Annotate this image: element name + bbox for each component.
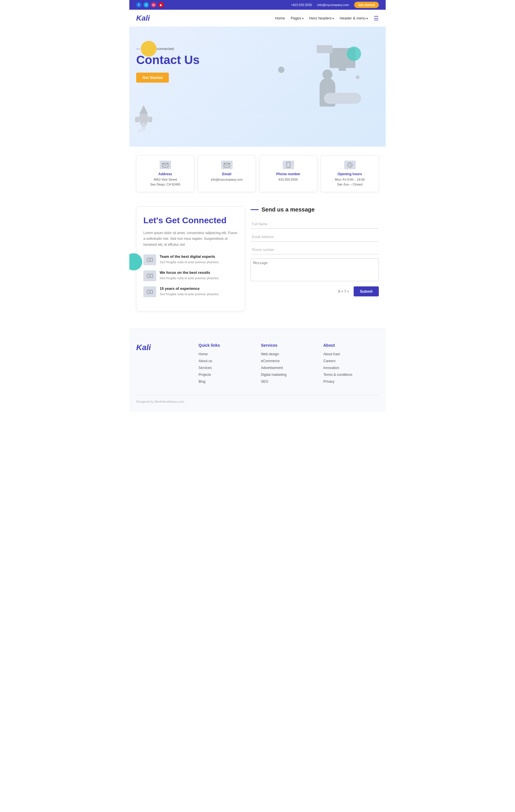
nav-hero-headers[interactable]: Hero headers	[309, 16, 334, 20]
facebook-icon[interactable]: f	[136, 2, 141, 7]
footer-services: Services Web design eCommerce Advertisem…	[261, 343, 317, 386]
feature-3-desc: Sed fringilla nulla id ante pulvinar pha…	[160, 292, 219, 297]
monitor-stand	[339, 67, 346, 71]
phone-label: +815.555.5555	[291, 3, 312, 6]
float-rect	[317, 45, 332, 53]
teal-deco-circle	[347, 47, 361, 61]
nav-pages[interactable]: Pages	[291, 16, 303, 20]
footer-link-terms[interactable]: Terms & conditions	[323, 373, 379, 377]
hero-section: Let's get connected Contact Us Get Start…	[129, 27, 386, 147]
feature-3-title: 15 years of experience	[160, 286, 219, 291]
address-line1: 4953 Vine Street	[140, 177, 190, 182]
email-label: info@mycompany.com	[317, 3, 349, 6]
email-group	[251, 233, 379, 241]
message-textarea[interactable]	[251, 258, 379, 281]
footer-link-projects[interactable]: Projects	[198, 373, 254, 377]
footer-link-privacy[interactable]: Privacy	[323, 380, 379, 383]
navbar: Kali Home Pages Hero headers Header & me…	[129, 10, 386, 27]
hero-content-area: Let's get connected Contact Us Get Start…	[129, 27, 386, 112]
feature-1-title: Team of the best digital experts	[160, 254, 219, 259]
small-circle-2	[356, 75, 360, 79]
footer-link-advertisement[interactable]: Advertisement	[261, 366, 317, 370]
footer-link-aboutkavi[interactable]: About Kavi	[323, 352, 379, 356]
contact-cards: Address 4953 Vine Street San Diego, CA 9…	[129, 147, 386, 201]
footer-quick-links: Quick links Home About us Services Proje…	[198, 343, 254, 386]
phone-input[interactable]	[251, 245, 379, 254]
phone-icon	[283, 161, 294, 169]
email-icon	[221, 161, 233, 169]
clock-icon	[344, 161, 356, 169]
footer-logo[interactable]: Kali	[136, 343, 192, 352]
phone-group	[251, 245, 379, 254]
footer-credit: Designed by MarkHendriksen.com	[136, 395, 379, 403]
feature-1-text: Team of the best digital experts Sed fri…	[160, 254, 219, 265]
nav-links: Home Pages Hero headers Header & menu ☰	[275, 15, 379, 22]
top-bar: f t in ▶ +815.555.5555 info@mycompany.co…	[129, 0, 386, 10]
contact-form-panel: Send us a message 6 + 7 = Submit	[251, 206, 379, 311]
feature-2-desc: Sed fringilla nulla id ante pulvinar pha…	[160, 276, 219, 281]
illustration-container	[275, 44, 361, 107]
captcha-label: 6 + 7 =	[338, 290, 349, 293]
svg-marker-1	[139, 105, 148, 114]
feature-2: We focus on the best results Sed fringil…	[143, 270, 238, 281]
footer-link-digitalmarketing[interactable]: Digital marketing	[261, 373, 317, 377]
address-card: Address 4953 Vine Street San Diego, CA 9…	[136, 155, 194, 192]
svg-point-8	[288, 167, 289, 167]
footer-link-blog[interactable]: Blog	[198, 380, 254, 383]
footer-link-innovation[interactable]: Innovation	[323, 366, 379, 370]
left-panel: Let's Get Connected Lorem ipsum dolor si…	[136, 206, 245, 311]
footer-link-home[interactable]: Home	[198, 352, 254, 356]
section-spacer	[129, 323, 386, 328]
message-group	[251, 258, 379, 282]
svg-rect-3	[135, 117, 139, 122]
hours-card: Opening hours Mon–Fri 9:00 – 18:00 Sat–S…	[321, 155, 379, 192]
youtube-icon[interactable]: ▶	[159, 2, 164, 7]
full-name-input[interactable]	[251, 220, 379, 229]
svg-rect-14	[147, 290, 153, 293]
form-header: Send us a message	[251, 206, 379, 213]
hero-title: Contact Us	[136, 53, 258, 67]
full-name-group	[251, 220, 379, 229]
feature-3-text: 15 years of experience Sed fringilla nul…	[160, 286, 219, 297]
email-input[interactable]	[251, 233, 379, 241]
hours-line1: Mon–Fri 9:00 – 18:00	[325, 177, 375, 182]
phone-card-label: Phone number	[264, 172, 313, 176]
hours-line2: Sat–Sun – Closed	[325, 182, 375, 187]
svg-point-13	[149, 275, 151, 277]
footer-link-services[interactable]: Services	[198, 366, 254, 370]
panel-desc: Lorem ipsum dolor sit amet, consectetur …	[143, 230, 238, 248]
phone-card: Phone number 815.555.5555	[259, 155, 317, 192]
svg-rect-10	[147, 258, 153, 262]
svg-point-11	[149, 259, 151, 261]
footer-brand: Kali	[136, 343, 192, 386]
address-line2: San Diego, CA 92465	[140, 182, 190, 187]
address-label: Address	[140, 172, 190, 176]
instagram-icon[interactable]: in	[151, 2, 156, 7]
cloud-shape	[324, 93, 361, 104]
contact-form: 6 + 7 = Submit	[251, 220, 379, 296]
svg-point-15	[149, 291, 151, 293]
footer-about-title: About	[323, 343, 379, 348]
nav-home[interactable]: Home	[275, 16, 285, 20]
footer-link-about[interactable]: About us	[198, 359, 254, 363]
footer-link-seo[interactable]: SEO	[261, 380, 317, 383]
hero-cta-button[interactable]: Get Started	[136, 72, 169, 83]
footer-link-webdesign[interactable]: Web design	[261, 352, 317, 356]
svg-point-4	[141, 122, 146, 131]
footer-about: About About Kavi Careers Innovation Term…	[323, 343, 379, 386]
address-icon	[160, 161, 171, 169]
submit-button[interactable]: Submit	[354, 286, 379, 296]
footer-link-careers[interactable]: Careers	[323, 359, 379, 363]
nav-header-menu[interactable]: Header & menu	[340, 16, 368, 20]
logo[interactable]: Kali	[136, 14, 150, 23]
twitter-icon[interactable]: t	[144, 2, 149, 7]
get-started-topbar-button[interactable]: Get started	[354, 2, 379, 8]
hamburger-icon[interactable]: ☰	[374, 15, 379, 22]
feature-2-text: We focus on the best results Sed fringil…	[160, 270, 219, 281]
feature-2-title: We focus on the best results	[160, 270, 219, 275]
svg-rect-2	[148, 117, 152, 122]
feature-1: Team of the best digital experts Sed fri…	[143, 254, 238, 265]
footer: Kali Quick links Home About us Services …	[129, 328, 386, 412]
feature-2-icon	[143, 270, 156, 281]
footer-link-ecommerce[interactable]: eCommerce	[261, 359, 317, 363]
